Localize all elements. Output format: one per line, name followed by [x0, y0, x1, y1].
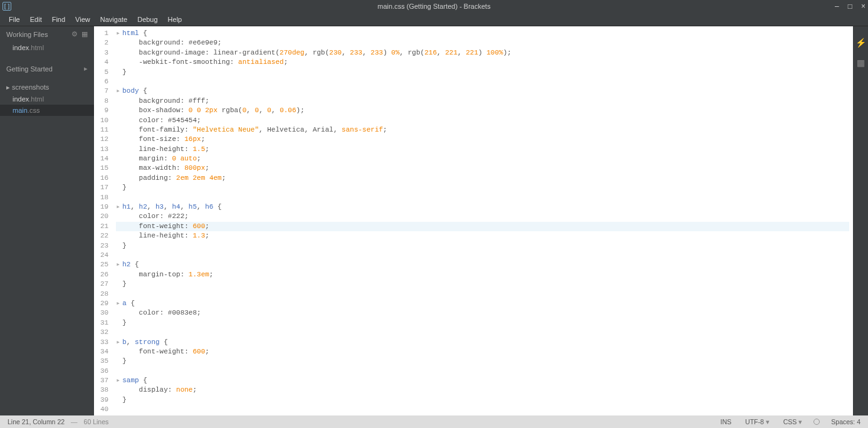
menu-help[interactable]: Help [163, 14, 187, 24]
sidebar: Working Files ⚙ ▦ index.html Getting Sta… [0, 26, 94, 415]
code-line[interactable]: } [116, 357, 849, 366]
file-item[interactable]: main.css [0, 105, 94, 116]
code-line[interactable]: ▸h1, h2, h3, h4, h5, h6 { [116, 202, 849, 212]
code-line[interactable] [116, 193, 849, 202]
code-line[interactable]: background-image: linear-gradient(270deg… [116, 48, 849, 58]
code-line[interactable]: max-width: 800px; [116, 164, 849, 173]
code-line[interactable] [116, 290, 849, 299]
extensions-icon[interactable]: ▦ [857, 58, 865, 68]
menu-navigate[interactable]: Navigate [95, 14, 132, 24]
menu-edit[interactable]: Edit [25, 14, 47, 24]
code-line[interactable]: } [116, 279, 849, 289]
encoding-selector[interactable]: UTF-8 [743, 418, 772, 425]
code-line[interactable]: } [116, 318, 849, 328]
code-line[interactable] [116, 405, 849, 414]
language-selector[interactable]: CSS [781, 418, 805, 425]
working-files-label: Working Files [6, 31, 48, 38]
split-view-icon[interactable]: ▦ [81, 30, 88, 38]
close-button[interactable]: × [861, 2, 865, 11]
code-line[interactable]: padding: 2em 2em 4em; [116, 174, 849, 183]
menu-debug[interactable]: Debug [132, 14, 162, 24]
code-line[interactable]: } [116, 68, 849, 77]
line-gutter: 1234567891011121314151617181920212223242… [94, 26, 112, 415]
project-header[interactable]: Getting Started ▸ [0, 61, 94, 76]
status-separator: — [71, 418, 78, 425]
code-line[interactable]: -webkit-font-smoothing: antialiased; [116, 58, 849, 67]
minimize-button[interactable]: – [835, 2, 839, 11]
code-line[interactable] [116, 367, 849, 376]
window-title: main.css (Getting Started) - Brackets [377, 3, 490, 10]
menu-view[interactable]: View [70, 14, 95, 24]
code-line[interactable]: } [116, 395, 849, 405]
app-logo-icon: [ ] [3, 2, 11, 11]
code-content[interactable]: ▸html { background: #e6e9e9; background-… [112, 26, 853, 415]
menu-file[interactable]: File [4, 14, 25, 24]
editor-area: 1234567891011121314151617181920212223242… [94, 26, 853, 415]
code-line[interactable]: ▸samp { [116, 376, 849, 385]
menubar: FileEditFindViewNavigateDebugHelp [0, 13, 868, 26]
code-line[interactable]: background: #fff; [116, 97, 849, 106]
code-line[interactable]: font-weight: 600; [116, 222, 849, 231]
right-toolbar: ⚡ ▦ [853, 26, 868, 415]
titlebar: [ ] main.css (Getting Started) - Bracket… [0, 0, 868, 13]
code-line[interactable]: display: none; [116, 385, 849, 395]
cursor-position[interactable]: Line 21, Column 22 [5, 418, 67, 425]
code-line[interactable]: } [116, 241, 849, 251]
code-line[interactable]: line-height: 1.3; [116, 231, 849, 241]
code-line[interactable] [116, 251, 849, 260]
code-line[interactable]: margin: 0 auto; [116, 154, 849, 164]
code-line[interactable]: } [116, 183, 849, 192]
maximize-button[interactable]: □ [848, 2, 852, 11]
code-line[interactable]: margin-top: 1.3em; [116, 270, 849, 279]
code-line[interactable]: line-height: 1.5; [116, 145, 849, 154]
statusbar: Line 21, Column 22 — 60 Lines INS UTF-8 … [0, 415, 868, 428]
menu-find[interactable]: Find [47, 14, 70, 24]
code-line[interactable]: font-size: 16px; [116, 135, 849, 144]
code-line[interactable]: font-weight: 600; [116, 347, 849, 357]
line-count: 60 Lines [81, 418, 112, 425]
working-file[interactable]: index.html [0, 42, 94, 53]
code-editor[interactable]: 1234567891011121314151617181920212223242… [94, 26, 853, 415]
chevron-right-icon: ▸ [84, 65, 88, 73]
code-line[interactable] [116, 328, 849, 337]
indent-selector[interactable]: Spaces: 4 [829, 418, 863, 425]
window-controls: – □ × [835, 2, 865, 11]
code-line[interactable]: ▸html { [116, 29, 849, 38]
code-line[interactable]: ▸body { [116, 86, 849, 96]
code-line[interactable]: color: #545454; [116, 116, 849, 125]
code-line[interactable]: ▸img { [116, 415, 849, 415]
code-line[interactable]: font-family: "Helvetica Neue", Helvetica… [116, 125, 849, 135]
live-preview-icon[interactable]: ⚡ [855, 38, 866, 48]
code-line[interactable]: color: #0083e8; [116, 308, 849, 318]
code-line[interactable]: color: #222; [116, 212, 849, 221]
insert-mode[interactable]: INS [718, 418, 735, 425]
gear-icon[interactable]: ⚙ [71, 30, 78, 38]
code-line[interactable] [116, 77, 849, 86]
code-line[interactable]: ▸h2 { [116, 260, 849, 269]
file-item[interactable]: index.html [0, 93, 94, 105]
folder-item[interactable]: ▸ screenshots [0, 81, 94, 93]
main-area: Working Files ⚙ ▦ index.html Getting Sta… [0, 26, 868, 415]
linting-status-icon[interactable] [813, 419, 820, 425]
code-line[interactable]: background: #e6e9e9; [116, 38, 849, 48]
code-line[interactable]: ▸a { [116, 299, 849, 308]
code-line[interactable]: box-shadow: 0 0 2px rgba(0, 0, 0, 0.06); [116, 106, 849, 115]
project-name: Getting Started [6, 65, 53, 73]
working-files-header: Working Files ⚙ ▦ [0, 26, 94, 42]
code-line[interactable]: ▸b, strong { [116, 338, 849, 347]
